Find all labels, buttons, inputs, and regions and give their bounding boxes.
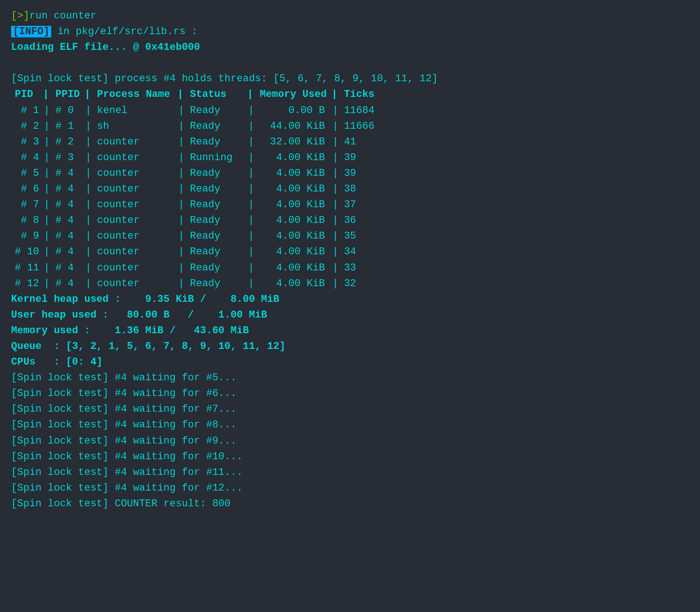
cell-sep1: | — [42, 228, 52, 244]
cell-name: counter — [93, 166, 176, 181]
memory-used-line: Memory used : 1.36 MiB / 43.60 MiB — [11, 323, 689, 339]
cell-sep5: | — [331, 276, 340, 292]
cell-memory: 32.00 KiB — [256, 134, 330, 150]
cell-ticks: 11666 — [340, 119, 378, 134]
cell-status: Ready — [186, 244, 246, 260]
cell-pid: # 4 — [11, 150, 42, 166]
col-name: Process Name — [93, 87, 176, 102]
cell-pid: # 6 — [11, 181, 42, 197]
cell-sep3: | — [176, 213, 186, 228]
cell-status: Ready — [186, 166, 246, 181]
cell-status: Ready — [186, 134, 246, 150]
cell-ticks: 39 — [340, 150, 378, 166]
cell-ppid: # 4 — [52, 276, 84, 292]
col-sep4: | — [246, 87, 256, 102]
cell-ppid: # 4 — [52, 197, 84, 213]
cell-sep5: | — [331, 228, 340, 244]
cell-sep1: | — [42, 166, 52, 181]
cell-sep4: | — [246, 213, 256, 228]
cell-ppid: # 4 — [52, 166, 84, 181]
cell-name: counter — [93, 181, 176, 197]
cell-memory: 4.00 KiB — [256, 150, 330, 166]
table-row: # 10 | # 4 | counter | Ready | 4.00 KiB … — [11, 244, 378, 260]
spin-lock-message: [Spin lock test] #4 waiting for #10... — [11, 449, 689, 465]
cell-sep1: | — [42, 260, 52, 276]
cell-name: counter — [93, 276, 176, 292]
cell-ticks: 33 — [340, 260, 378, 276]
cell-sep1: | — [42, 134, 52, 150]
cell-sep1: | — [42, 119, 52, 134]
cell-pid: # 2 — [11, 119, 42, 134]
cell-sep5: | — [331, 150, 340, 166]
cell-sep4: | — [246, 181, 256, 197]
cell-sep3: | — [176, 276, 186, 292]
user-heap-line: User heap used : 80.00 B / 1.00 MiB — [11, 307, 689, 323]
cell-memory: 4.00 KiB — [256, 228, 330, 244]
spin-lock-message: [Spin lock test] #4 waiting for #11... — [11, 465, 689, 480]
cell-sep5: | — [331, 119, 340, 134]
cell-sep1: | — [42, 181, 52, 197]
cell-status: Ready — [186, 119, 246, 134]
cell-ticks: 41 — [340, 134, 378, 150]
cell-sep5: | — [331, 134, 340, 150]
cell-sep2: | — [84, 119, 93, 134]
cell-status: Ready — [186, 197, 246, 213]
cell-sep2: | — [84, 150, 93, 166]
terminal-output: [>]run counter [INFO] in pkg/elf/src/lib… — [11, 8, 689, 512]
cell-sep4: | — [246, 119, 256, 134]
cell-ticks: 35 — [340, 228, 378, 244]
cell-ticks: 11684 — [340, 103, 378, 119]
cell-ppid: # 4 — [52, 213, 84, 228]
cell-sep4: | — [246, 166, 256, 181]
cell-ticks: 37 — [340, 197, 378, 213]
cell-sep4: | — [246, 228, 256, 244]
cell-sep2: | — [84, 197, 93, 213]
spin-lock-header: [Spin lock test] process #4 holds thread… — [11, 71, 689, 87]
cell-sep1: | — [42, 150, 52, 166]
process-table-container: PID | PPID | Process Name | Status | Mem… — [11, 87, 689, 291]
cell-pid: # 7 — [11, 197, 42, 213]
spin-lock-message: [Spin lock test] #4 waiting for #12... — [11, 480, 689, 496]
table-row: # 7 | # 4 | counter | Ready | 4.00 KiB |… — [11, 197, 378, 213]
cell-pid: # 12 — [11, 276, 42, 292]
cell-sep4: | — [246, 276, 256, 292]
cell-sep2: | — [84, 181, 93, 197]
cell-sep3: | — [176, 150, 186, 166]
table-row: # 12 | # 4 | counter | Ready | 4.00 KiB … — [11, 276, 378, 292]
cell-pid: # 3 — [11, 134, 42, 150]
table-row: # 8 | # 4 | counter | Ready | 4.00 KiB |… — [11, 213, 378, 228]
cell-pid: # 8 — [11, 213, 42, 228]
cell-sep3: | — [176, 197, 186, 213]
col-ppid: PPID — [52, 87, 84, 102]
cell-sep2: | — [84, 260, 93, 276]
cell-sep1: | — [42, 244, 52, 260]
info-text: in pkg/elf/src/lib.rs : — [51, 26, 198, 37]
cell-sep1: | — [42, 103, 52, 119]
cell-ticks: 36 — [340, 213, 378, 228]
cpus-line: CPUs : [0: 4] — [11, 354, 689, 370]
cell-sep4: | — [246, 197, 256, 213]
spin-lock-message: [Spin lock test] #4 waiting for #9... — [11, 433, 689, 449]
cell-status: Running — [186, 150, 246, 166]
spin-lock-message: [Spin lock test] #4 waiting for #5... — [11, 370, 689, 386]
cell-status: Ready — [186, 260, 246, 276]
cell-sep2: | — [84, 276, 93, 292]
col-sep2: | — [84, 87, 93, 102]
col-status: Status — [186, 87, 246, 102]
cell-pid: # 5 — [11, 166, 42, 181]
col-sep5: | — [331, 87, 340, 102]
table-row: # 2 | # 1 | sh | Ready | 44.00 KiB | 116… — [11, 119, 378, 134]
prompt-symbol: [>] — [11, 10, 30, 22]
loading-line: Loading ELF file... @ 0x41eb000 — [11, 40, 689, 55]
cell-status: Ready — [186, 228, 246, 244]
table-row: # 4 | # 3 | counter | Running | 4.00 KiB… — [11, 150, 378, 166]
cell-sep2: | — [84, 103, 93, 119]
spin-lock-message: [Spin lock test] #4 waiting for #8... — [11, 417, 689, 433]
cell-sep3: | — [176, 119, 186, 134]
table-row: # 6 | # 4 | counter | Ready | 4.00 KiB |… — [11, 181, 378, 197]
cell-sep4: | — [246, 103, 256, 119]
cell-ppid: # 4 — [52, 228, 84, 244]
process-table-body: # 1 | # 0 | kenel | Ready | 0.00 B | 116… — [11, 103, 378, 292]
cell-pid: # 11 — [11, 260, 42, 276]
cell-sep2: | — [84, 244, 93, 260]
